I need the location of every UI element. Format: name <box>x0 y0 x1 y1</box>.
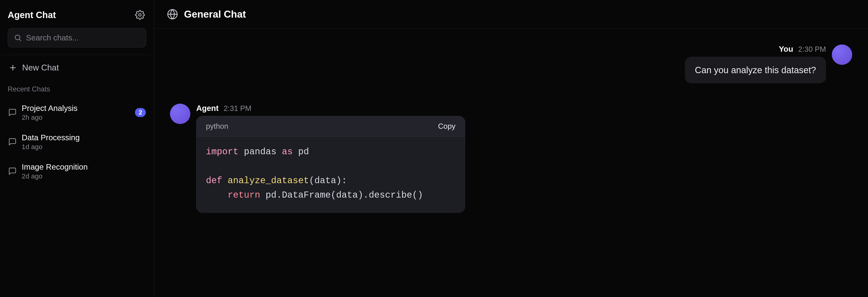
code-token: pd <box>293 147 309 157</box>
unread-badge: 2 <box>135 108 146 117</box>
globe-icon <box>167 8 178 20</box>
message-bubble: Can you analyze this dataset? <box>685 57 826 83</box>
search-icon <box>14 34 22 42</box>
sender-label: You <box>779 44 794 54</box>
chat-item-sub: 2h ago <box>22 113 130 121</box>
new-chat-label: New Chat <box>22 63 59 72</box>
code-body: import pandas as pd def analyze_dataset(… <box>196 137 465 212</box>
code-token: as <box>282 147 293 157</box>
recent-chats-heading: Recent Chats <box>0 80 154 98</box>
chat-item-sub: 1d ago <box>22 143 146 151</box>
app-title: Agent Chat <box>8 10 56 20</box>
search-container <box>0 28 154 55</box>
search-input[interactable] <box>26 33 140 42</box>
chat-body: You 2:30 PM Can you analyze this dataset… <box>154 29 868 297</box>
chat-list: Project Analysis 2h ago 2 Data Processin… <box>0 98 154 186</box>
settings-button[interactable] <box>133 8 146 21</box>
chat-item-data-processing[interactable]: Data Processing 1d ago <box>3 127 151 157</box>
code-token: def <box>206 176 222 186</box>
code-token: pd.DataFrame(data).describe() <box>260 190 423 200</box>
message-agent: Agent 2:31 PM python Copy import pandas … <box>170 104 852 213</box>
search-box[interactable] <box>8 28 146 47</box>
chat-item-image-recognition[interactable]: Image Recognition 2d ago <box>3 157 151 186</box>
new-chat-button[interactable]: New Chat <box>0 55 154 80</box>
chat-item-title: Project Analysis <box>22 104 130 113</box>
code-token: pandas <box>239 147 282 157</box>
message-time: 2:31 PM <box>223 104 251 113</box>
chat-item-title: Image Recognition <box>22 162 146 171</box>
sidebar-header: Agent Chat <box>0 0 154 28</box>
code-token: import <box>206 147 239 157</box>
code-token: return <box>228 190 260 200</box>
code-block: python Copy import pandas as pd def anal… <box>196 116 465 213</box>
svg-line-2 <box>20 39 21 41</box>
code-content: import pandas as pd def analyze_dataset(… <box>206 145 456 203</box>
chat-item-title: Data Processing <box>22 133 146 142</box>
plus-icon <box>8 63 17 72</box>
message-icon <box>8 167 17 175</box>
user-avatar <box>832 44 852 65</box>
main-header: General Chat <box>154 0 868 29</box>
gear-icon <box>135 10 145 20</box>
sender-label: Agent <box>196 104 219 113</box>
message-user: You 2:30 PM Can you analyze this dataset… <box>170 44 852 83</box>
chat-title: General Chat <box>184 8 246 20</box>
main-panel: General Chat You 2:30 PM Can you analyze… <box>154 0 868 297</box>
code-language-label: python <box>206 122 228 131</box>
agent-avatar <box>170 104 190 124</box>
chat-item-project-analysis[interactable]: Project Analysis 2h ago 2 <box>3 98 151 127</box>
code-token <box>206 190 228 200</box>
chat-item-sub: 2d ago <box>22 172 146 180</box>
code-token: analyze_dataset <box>222 176 309 186</box>
sidebar: Agent Chat New Chat <box>0 0 154 297</box>
message-icon <box>8 137 17 146</box>
svg-point-1 <box>15 35 20 40</box>
code-token: (data): <box>309 176 347 186</box>
copy-button[interactable]: Copy <box>438 122 456 131</box>
svg-point-0 <box>139 14 141 16</box>
message-time: 2:30 PM <box>798 45 826 54</box>
message-icon <box>8 108 17 117</box>
